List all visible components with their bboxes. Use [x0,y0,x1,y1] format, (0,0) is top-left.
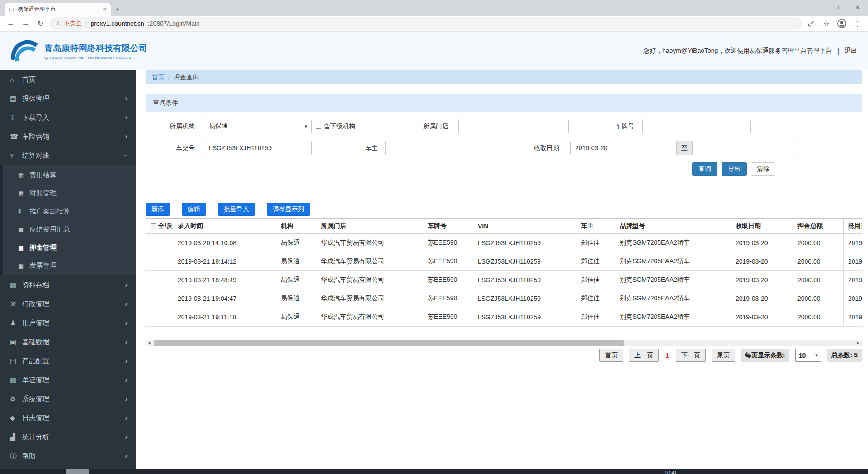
plate-input[interactable] [642,119,751,133]
sidebar-item-download-import[interactable]: ↧ 下载导入 › [0,108,136,127]
submenu-item-invoice-mgmt[interactable]: ▦ 发票管理 [3,256,136,275]
chevron-right-icon: › [125,299,127,308]
table-horizontal-scrollbar: ◄ ► [146,340,862,346]
window-minimize-button[interactable]: – [806,0,826,14]
logo-swoosh-icon [11,39,39,63]
back-button[interactable]: ← [5,18,17,30]
vin-label: 车架号 [146,141,195,155]
col-org: 机构 [276,219,316,234]
table-row: 2019-03-20 14:10:08 易保通 华成汽车贸易有限公司 苏EEE5… [146,234,862,252]
add-button[interactable]: 新添 [146,203,170,216]
window-maximize-button[interactable]: □ [826,0,847,14]
sidebar-item-admin[interactable]: ⚒ 行政管理 › [0,294,136,313]
security-warning-label: 不安全 [64,19,82,28]
sidebar-item-marketing[interactable]: ☎ 车险营销 › [0,127,136,146]
sidebar-item-product-config[interactable]: ▤ 产品配置 › [0,351,136,370]
row-checkbox[interactable] [151,276,151,284]
info-icon: ⓘ [10,452,22,460]
vin-input[interactable] [204,141,312,155]
prev-page-button[interactable]: 上一页 [629,349,659,362]
select-all-checkbox[interactable] [151,223,156,229]
owner-label: 车主 [335,141,378,155]
sidebar-item-settlement[interactable]: ¥ 结算对账 › [0,146,136,165]
first-page-button[interactable]: 首页 [599,349,623,362]
row-checkbox[interactable] [151,294,151,303]
export-button[interactable]: 导出 [722,162,747,176]
browser-tab[interactable]: ▤ 易保通管理平台 × [5,3,111,16]
row-checkbox[interactable] [151,239,151,247]
breadcrumb-home-link[interactable]: 首页 [152,73,165,81]
sidebar-item-users[interactable]: ♟ 用户管理 › [0,313,136,332]
address-bar[interactable]: ⚠ 不安全 | proxy1.countnet.cn :20807/Login/… [49,17,802,30]
table-row: 2019-03-21 18:14:12 易保通 华成汽车贸易有限公司 苏EEE5… [146,252,862,271]
sidebar-item-base-data[interactable]: ▣ 基础数据 › [0,332,136,351]
sidebar-item-system[interactable]: ⚙ 系统管理 › [0,389,136,408]
search-button[interactable]: 查询 [692,162,717,176]
reload-button[interactable]: ↻ [34,18,47,30]
include-sub-org-checkbox[interactable] [316,123,321,129]
sidebar-item-logs[interactable]: ◆ 日志管理 › [0,408,136,427]
company-name-en: QINGDAO COUNTNET TECHNOLOGY CO.,LTD. [44,56,147,60]
last-page-button[interactable]: 尾页 [712,349,735,362]
query-form: 所属机构 易保通 ▾ 含下级机构 所属门店 车牌号 车架号 车主 收取日期 [146,112,862,189]
security-warning-icon: ⚠ [56,20,61,27]
date-from-input[interactable] [570,141,677,155]
query-buttons: 查询 导出 清除 [692,162,775,176]
row-checkbox[interactable] [151,257,151,265]
forward-button[interactable]: → [19,18,32,30]
owner-input[interactable] [385,141,495,155]
batch-import-button[interactable]: 批量导入 [218,203,255,216]
org-select[interactable]: 易保通 ▾ [204,119,312,133]
col-collect-date: 收取日期 [731,219,793,234]
window-close-button[interactable]: × [847,0,868,14]
scroll-right-arrow[interactable]: ► [854,340,862,346]
table-row: 2019-03-21 19:11:18 易保通 华成汽车贸易有限公司 苏EEE5… [146,308,862,327]
scrollbar-thumb[interactable] [154,340,624,346]
user-greeting: 您好，haoym@YiBaoTong，欢迎使用易保通服务管理平台管理平台 | 退… [643,47,857,55]
include-sub-org-label: 含下级机构 [324,119,355,133]
col-plate: 车牌号 [423,219,473,234]
profile-avatar-icon[interactable] [835,17,848,30]
tab-close-icon[interactable]: × [103,6,106,13]
chevron-right-icon: › [125,318,127,327]
clear-button[interactable]: 清除 [751,162,775,176]
submenu-item-deposit-mgmt[interactable]: ▦ 押金管理 [3,238,136,256]
col-store: 所属门店 [316,219,423,234]
table-row: 2019-03-21 18:48:49 易保通 华成汽车贸易有限公司 苏EEE5… [146,271,862,289]
archive-icon: ▥ [10,281,22,289]
row-checkbox[interactable] [151,313,151,321]
pagination: 首页 上一页 1 下一页 尾页 每页显示条数: 10 ▾ 总条数: 5 [146,349,862,362]
sidebar-item-insurance-mgmt[interactable]: ▤ 投保管理 › [0,89,136,108]
logout-link[interactable]: 退出 [844,47,857,55]
store-input[interactable] [458,119,569,133]
bookmark-star-icon[interactable]: ☆ [820,17,833,30]
omnibox-divider: | [85,20,87,27]
browser-menu-kebab-icon[interactable]: ⋮ [851,17,863,30]
chevron-right-icon: › [125,451,127,460]
sidebar-item-archives[interactable]: ▥ 资料存档 › [0,275,136,294]
submenu-item-promo-reward[interactable]: $ 推广奖励结算 [3,202,136,220]
download-icon: ↧ [10,114,22,122]
submenu-item-reconciliation[interactable]: ▦ 对账管理 [3,184,136,202]
sidebar-item-help[interactable]: ⓘ 帮助 › [0,446,136,465]
page-size-label: 每页显示条数: [741,349,789,362]
sidebar-item-certificates[interactable]: ▥ 单证管理 › [0,370,136,389]
page-size-select[interactable]: 10 ▾ [795,349,821,362]
scroll-left-arrow[interactable]: ◄ [146,340,153,346]
password-key-icon[interactable] [805,17,817,30]
sidebar-item-home[interactable]: ⌂ 首页 [0,70,136,89]
submenu-item-fee-settlement[interactable]: ▦ 费用结算 [3,166,136,184]
new-tab-button[interactable]: + [111,3,124,16]
submenu-item-fee-summary[interactable]: ▦ 应结费用汇总 [3,220,136,238]
url-path: :20807/Login/Main [148,20,200,27]
next-page-button[interactable]: 下一页 [676,349,706,362]
edit-button[interactable]: 编辑 [182,203,206,216]
sidebar-nav: ⌂ 首页 ▤ 投保管理 › ↧ 下载导入 › ☎ 车险营销 › ¥ 结算对账 › [0,70,136,469]
sidebar-scrollbar-thumb[interactable] [66,469,89,474]
scrollbar-track[interactable] [153,340,854,346]
adjust-columns-button[interactable]: 调整显示列 [267,203,310,216]
chevron-right-icon: › [125,132,127,141]
sidebar-item-statistics[interactable]: ▟ 统计分析 › [0,427,136,446]
col-deposit-total: 押金总额 [793,219,844,234]
date-to-input[interactable] [692,141,799,155]
